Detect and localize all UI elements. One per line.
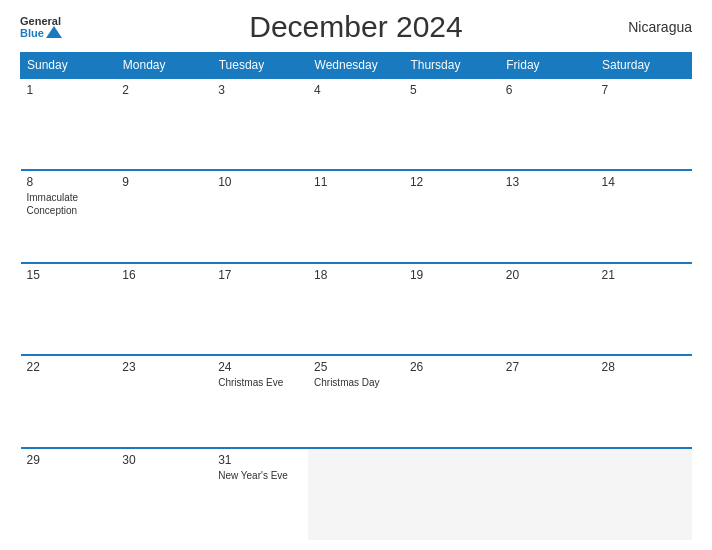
day-number: 28	[602, 360, 686, 374]
day-number: 13	[506, 175, 590, 189]
calendar-day-cell: 12	[404, 170, 500, 262]
calendar-day-cell: 5	[404, 78, 500, 170]
logo-blue-text: Blue	[20, 27, 44, 39]
day-number: 1	[27, 83, 111, 97]
day-number: 18	[314, 268, 398, 282]
day-number: 26	[410, 360, 494, 374]
day-number: 14	[602, 175, 686, 189]
calendar-day-cell: 2	[116, 78, 212, 170]
day-number: 7	[602, 83, 686, 97]
calendar-day-cell: 19	[404, 263, 500, 355]
day-number: 25	[314, 360, 398, 374]
weekday-header: Wednesday	[308, 53, 404, 79]
calendar-day-cell	[404, 448, 500, 540]
day-number: 12	[410, 175, 494, 189]
weekday-header: Monday	[116, 53, 212, 79]
day-event: Immaculate Conception	[27, 191, 111, 217]
day-number: 17	[218, 268, 302, 282]
month-title: December 2024	[249, 10, 462, 44]
day-event: New Year's Eve	[218, 469, 302, 482]
calendar-day-cell: 8Immaculate Conception	[21, 170, 117, 262]
day-number: 5	[410, 83, 494, 97]
logo-triangle-icon	[46, 26, 62, 38]
calendar-day-cell: 24Christmas Eve	[212, 355, 308, 447]
day-number: 6	[506, 83, 590, 97]
calendar-day-cell: 11	[308, 170, 404, 262]
weekday-header: Sunday	[21, 53, 117, 79]
country-label: Nicaragua	[628, 19, 692, 35]
day-number: 11	[314, 175, 398, 189]
calendar-day-cell	[308, 448, 404, 540]
calendar-day-cell: 27	[500, 355, 596, 447]
calendar-week-row: 222324Christmas Eve25Christmas Day262728	[21, 355, 692, 447]
calendar-day-cell: 10	[212, 170, 308, 262]
calendar-week-row: 15161718192021	[21, 263, 692, 355]
weekday-header: Friday	[500, 53, 596, 79]
calendar-day-cell: 15	[21, 263, 117, 355]
calendar-week-row: 8Immaculate Conception91011121314	[21, 170, 692, 262]
calendar-day-cell: 6	[500, 78, 596, 170]
calendar-day-cell: 30	[116, 448, 212, 540]
calendar-day-cell: 3	[212, 78, 308, 170]
day-number: 29	[27, 453, 111, 467]
day-number: 21	[602, 268, 686, 282]
logo: General Blue	[20, 15, 62, 39]
day-number: 20	[506, 268, 590, 282]
calendar-day-cell: 29	[21, 448, 117, 540]
day-number: 2	[122, 83, 206, 97]
day-number: 16	[122, 268, 206, 282]
day-event: Christmas Eve	[218, 376, 302, 389]
calendar-header: General Blue December 2024 Nicaragua	[20, 10, 692, 44]
day-number: 24	[218, 360, 302, 374]
calendar-day-cell: 21	[596, 263, 692, 355]
calendar-table: SundayMondayTuesdayWednesdayThursdayFrid…	[20, 52, 692, 540]
calendar-day-cell: 13	[500, 170, 596, 262]
calendar-week-row: 293031New Year's Eve	[21, 448, 692, 540]
day-number: 31	[218, 453, 302, 467]
day-number: 8	[27, 175, 111, 189]
calendar-header-row: SundayMondayTuesdayWednesdayThursdayFrid…	[21, 53, 692, 79]
calendar-day-cell: 4	[308, 78, 404, 170]
day-number: 19	[410, 268, 494, 282]
calendar-day-cell: 16	[116, 263, 212, 355]
day-number: 3	[218, 83, 302, 97]
calendar-day-cell: 22	[21, 355, 117, 447]
weekday-header: Saturday	[596, 53, 692, 79]
calendar-day-cell: 7	[596, 78, 692, 170]
calendar-week-row: 1234567	[21, 78, 692, 170]
day-number: 22	[27, 360, 111, 374]
calendar-day-cell: 25Christmas Day	[308, 355, 404, 447]
day-event: Christmas Day	[314, 376, 398, 389]
calendar-day-cell: 20	[500, 263, 596, 355]
day-number: 27	[506, 360, 590, 374]
weekday-header: Thursday	[404, 53, 500, 79]
calendar-day-cell: 28	[596, 355, 692, 447]
calendar-day-cell: 23	[116, 355, 212, 447]
calendar-day-cell: 26	[404, 355, 500, 447]
calendar-day-cell: 18	[308, 263, 404, 355]
weekday-header: Tuesday	[212, 53, 308, 79]
day-number: 15	[27, 268, 111, 282]
calendar-day-cell: 17	[212, 263, 308, 355]
calendar-day-cell: 31New Year's Eve	[212, 448, 308, 540]
calendar-day-cell: 1	[21, 78, 117, 170]
calendar-day-cell: 14	[596, 170, 692, 262]
day-number: 9	[122, 175, 206, 189]
day-number: 23	[122, 360, 206, 374]
day-number: 30	[122, 453, 206, 467]
calendar-day-cell	[500, 448, 596, 540]
calendar-day-cell	[596, 448, 692, 540]
day-number: 4	[314, 83, 398, 97]
day-number: 10	[218, 175, 302, 189]
calendar-day-cell: 9	[116, 170, 212, 262]
